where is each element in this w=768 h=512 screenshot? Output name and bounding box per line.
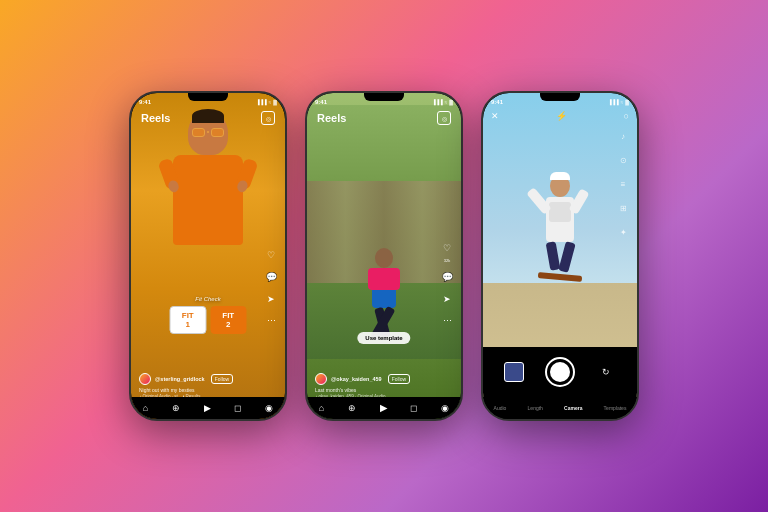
status-time: 9:41 — [315, 99, 327, 105]
caption: Last month's vibes — [315, 387, 453, 393]
bottom-info: @okay_kaiden_459 Follow Last month's vib… — [307, 373, 461, 399]
settings-icon[interactable]: ○ — [624, 111, 629, 121]
nav-home[interactable]: ⌂ — [143, 403, 148, 413]
bottom-info: @sterling_gridlock Follow Night out with… — [131, 373, 285, 399]
more-icon[interactable]: ⋯ — [439, 313, 455, 329]
nav-audio[interactable]: Audio — [494, 405, 507, 411]
record-button[interactable] — [545, 357, 575, 387]
share-icon[interactable]: ➤ — [263, 291, 279, 307]
battery-icon: ▓ — [449, 99, 453, 105]
camera-icon[interactable]: ◎ — [437, 111, 451, 125]
like-count: 32k — [444, 258, 450, 263]
dancer-body — [372, 268, 396, 308]
phone3-top-icons: ✕ ⚡ ○ — [483, 111, 637, 121]
arm-left — [157, 158, 180, 191]
status-time: 9:41 — [139, 99, 151, 105]
music-tool[interactable]: ♪ — [615, 128, 631, 144]
nav-shop[interactable]: ◻ — [234, 403, 241, 413]
phone-1: 9:41 ▐▐▐ ≈ ▓ Reels ◎ ♡ 💬 ➤ ⋯ Fit Check F — [129, 91, 287, 421]
nav-profile[interactable]: ◉ — [441, 403, 449, 413]
reels-header: Reels ◎ — [131, 109, 285, 127]
phone-2: 9:41 ▐▐▐ ≈ ▓ Reels ◎ ♡ 32k 💬 ➤ ⋯ Use tem… — [305, 91, 463, 421]
use-template-button[interactable]: Use template — [357, 332, 410, 344]
person-body — [173, 155, 243, 245]
dancer-background — [307, 105, 461, 359]
skater-helmet — [550, 172, 570, 180]
user-avatar — [139, 373, 151, 385]
nav-search[interactable]: ⊕ — [348, 403, 356, 413]
skater-head — [550, 175, 570, 197]
phone-notch — [188, 93, 228, 101]
nav-reels[interactable]: ▶ — [204, 403, 211, 413]
nav-profile[interactable]: ◉ — [265, 403, 273, 413]
dancer-head — [375, 248, 393, 268]
close-icon[interactable]: ✕ — [491, 111, 499, 121]
comment-icon[interactable]: 💬 — [263, 269, 279, 285]
skater-shirt — [549, 202, 571, 222]
right-actions: ♡ 32k 💬 ➤ ⋯ — [439, 240, 455, 329]
effects-tool[interactable]: ✦ — [615, 224, 631, 240]
phone-3: 9:41 ▐▐▐ ≈ ▓ ✕ ⚡ ○ ♪ ⊙ ≡ ⊞ ✦ ↻ — [481, 91, 639, 421]
fit-2-button[interactable]: FIT 2 — [210, 306, 247, 334]
follow-button[interactable]: Follow — [388, 374, 410, 384]
nav-shop[interactable]: ◻ — [410, 403, 417, 413]
username[interactable]: @sterling_gridlock — [155, 376, 205, 382]
status-time: 9:41 — [491, 99, 503, 105]
like-icon[interactable]: ♡ — [439, 240, 455, 256]
share-icon[interactable]: ➤ — [439, 291, 455, 307]
follow-button[interactable]: Follow — [211, 374, 233, 384]
caption: Night out with my besties — [139, 387, 277, 393]
bottom-nav: ⌂ ⊕ ▶ ◻ ◉ — [131, 397, 285, 419]
align-tool[interactable]: ⊞ — [615, 200, 631, 216]
bottom-nav: Audio Length Camera Templates — [483, 397, 637, 419]
hand-right — [236, 179, 250, 194]
phone-notch — [540, 93, 580, 101]
nav-search[interactable]: ⊕ — [172, 403, 180, 413]
user-row: @sterling_gridlock Follow — [139, 373, 277, 385]
phone-3-screen: 9:41 ▐▐▐ ≈ ▓ ✕ ⚡ ○ ♪ ⊙ ≡ ⊞ ✦ ↻ — [483, 93, 637, 419]
comment-icon[interactable]: 💬 — [439, 269, 455, 285]
signal-icon: ▐▐▐ — [256, 99, 267, 105]
gallery-thumbnail[interactable] — [504, 362, 524, 382]
timer-tool[interactable]: ⊙ — [615, 152, 631, 168]
person-arms — [157, 160, 259, 180]
more-icon[interactable]: ⋯ — [263, 313, 279, 329]
dancer-container — [307, 105, 461, 359]
camera-icon[interactable]: ◎ — [261, 111, 275, 125]
fit-1-button[interactable]: FIT 1 — [170, 306, 207, 334]
glass-right — [211, 128, 224, 137]
nav-reels[interactable]: ▶ — [380, 403, 387, 413]
glass-bridge — [207, 131, 209, 133]
skater-container — [530, 175, 590, 305]
status-icons: ▐▐▐ ≈ ▓ — [256, 99, 277, 105]
user-avatar — [315, 373, 327, 385]
status-icons: ▐▐▐ ≈ ▓ — [608, 99, 629, 105]
speed-tool[interactable]: ≡ — [615, 176, 631, 192]
nav-templates[interactable]: Templates — [604, 405, 627, 411]
flash-icon[interactable]: ⚡ — [556, 111, 567, 121]
skater-leg-left — [546, 241, 561, 270]
hand-left — [167, 179, 181, 194]
username[interactable]: @okay_kaiden_459 — [331, 376, 382, 382]
bottom-nav: ⌂ ⊕ ▶ ◻ ◉ — [307, 397, 461, 419]
skater-body — [546, 197, 574, 242]
nav-home[interactable]: ⌂ — [319, 403, 324, 413]
nav-camera[interactable]: Camera — [564, 405, 582, 411]
reels-title: Reels — [141, 112, 170, 124]
dancer-figure — [372, 248, 396, 308]
user-row: @okay_kaiden_459 Follow — [315, 373, 453, 385]
skater-leg-right — [558, 241, 575, 273]
reels-header: Reels ◎ — [307, 109, 461, 127]
fit-check-overlay: Fit Check FIT 1 FIT 2 — [170, 296, 247, 334]
nav-length[interactable]: Length — [528, 405, 543, 411]
record-button-inner — [550, 362, 570, 382]
recording-controls: ↻ — [483, 347, 637, 397]
right-actions: ♡ 💬 ➤ ⋯ — [263, 247, 279, 329]
flip-camera-icon[interactable]: ↻ — [596, 362, 616, 382]
signal-icon: ▐▐▐ — [608, 99, 619, 105]
fit-buttons: FIT 1 FIT 2 — [170, 306, 247, 334]
battery-icon: ▓ — [625, 99, 629, 105]
right-tools: ♪ ⊙ ≡ ⊞ ✦ — [615, 128, 631, 240]
like-icon[interactable]: ♡ — [263, 247, 279, 263]
wifi-icon: ≈ — [269, 99, 272, 105]
